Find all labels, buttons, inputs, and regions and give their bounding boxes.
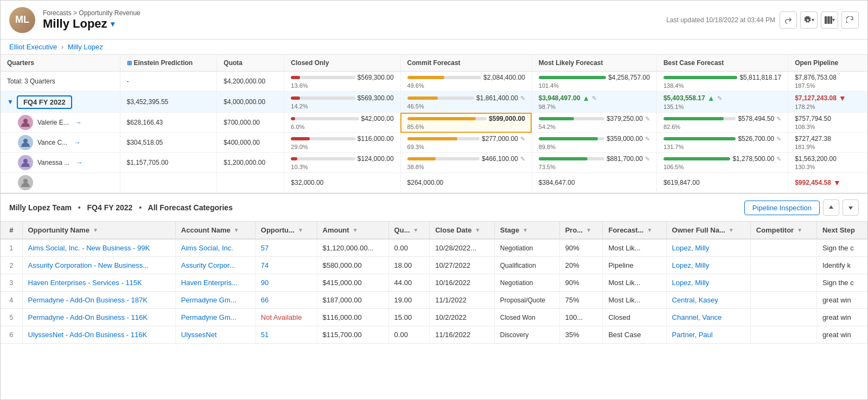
person-navigate-2[interactable]: → [76,159,82,166]
amount-cell: $1,120,000.00... [317,239,388,257]
opp-name-cell[interactable]: Aims Social, Inc. - New Business - 99K [22,239,175,257]
breadcrumb-parent[interactable]: Elliot Executive [9,43,57,51]
col-most-likely: Most Likely Forecast [532,55,656,72]
edit-most-likely-icon[interactable]: ✎ [592,95,597,102]
probability-cell: 100... [559,309,603,326]
opp-name-cell[interactable]: UlyssesNet - Add-On Business - 116K [22,326,175,344]
col-header-opp-num[interactable]: Opportu... ▼ [255,222,317,239]
owner-cell[interactable]: Central, Kasey [666,292,750,309]
account-name-cell[interactable]: Assurity Corpor... [175,257,255,274]
close-date-cell: 10/28/2022... [430,239,495,257]
account-name-cell[interactable]: Permadyne Gm... [175,309,255,326]
probability-cell: 75% [559,292,603,309]
person-row-0: Valerie E... → $628,166.43 $700,000.00 $… [1,113,867,133]
quota-cell: 0.00 [388,326,430,344]
col-header-owner[interactable]: Owner Full Na... ▼ [666,222,750,239]
bottom-header-actions: Pipeline Inspection [744,199,859,216]
header-left: ML Forecasts > Opportunity Revenue Milly… [9,7,141,33]
account-name-cell[interactable]: Permadyne Gm... [175,292,255,309]
account-name-cell[interactable]: Haven Enterpris... [175,274,255,292]
header-right: Last updated 10/18/2022 at 03:44 PM ▾ ▾ [666,11,859,29]
fq4-label: ▼ FQ4 FY 2022 [1,92,120,113]
settings-button[interactable]: ▾ [800,11,818,29]
stage-cell: Qualification [494,257,559,274]
competitor-cell [750,309,816,326]
edit-best-case-icon[interactable]: ✎ [717,95,722,102]
competitor-cell [750,257,816,274]
col-header-forecast[interactable]: Forecast... ▼ [603,222,666,239]
total-most-likely: $4,258,757.00 101.4% [532,72,656,92]
owner-cell[interactable]: Lopez, Milly [666,257,750,274]
expand-icon[interactable]: ▼ [7,98,14,106]
stage-cell: Negotiation [494,274,559,292]
col-header-next-step[interactable]: Next Step [816,222,867,239]
probability-cell: 35% [559,326,603,344]
person-label-1: Vance C... → [1,133,120,153]
table-row: 3 Haven Enterprises - Services - 115K Ha… [1,274,867,292]
competitor-cell [750,292,816,309]
person-row-1: Vance C... → $304,518.05 $400,000.00 $11… [1,133,867,153]
opp-name-cell[interactable]: Permadyne - Add-On Business - 116K [22,309,175,326]
col-header-amount[interactable]: Amount ▼ [317,222,388,239]
opp-name-cell[interactable]: Assurity Corporation - New Business... [22,257,175,274]
col-header-opp-name[interactable]: Opportunity Name ▼ [22,222,175,239]
person-name-1: Vance C... [37,139,67,146]
person-avatar-3 [18,175,33,190]
bottom-section: Milly Lopez Team • FQ4 FY 2022 • All For… [1,194,867,399]
total-closed-only: $569,300.00 13.6% [284,72,400,92]
col-header-stage[interactable]: Stage ▼ [494,222,559,239]
col-header-competitor[interactable]: Competitor ▼ [750,222,816,239]
share-button[interactable] [780,11,797,29]
person-avatar-0 [18,115,33,130]
columns-button[interactable]: ▾ [821,11,838,29]
col-header-close-date[interactable]: Close Date ▼ [430,222,495,239]
col-einstein: ⊞ Einstein Prediction [120,55,217,72]
breadcrumb-current[interactable]: Milly Lopez [68,43,103,51]
next-step-cell: Sign the c [816,274,867,292]
best-case-arrow-up: ▲ [707,94,715,102]
col-header-probability[interactable]: Pro... ▼ [559,222,603,239]
person-avatar-2 [18,155,33,170]
sort-up-button[interactable] [823,199,839,216]
close-date-cell: 10/27/2022 [430,257,495,274]
person-navigate-0[interactable]: → [75,119,82,126]
person-avatar-1 [18,135,33,150]
opp-name-cell[interactable]: Permadyne - Add-On Business - 187K [22,292,175,309]
forecast-cell: Most Lik... [603,292,666,309]
edit-icon-v[interactable]: ✎ [645,115,650,122]
refresh-button[interactable] [841,11,859,29]
person-navigate-1[interactable]: → [74,139,80,146]
total-open-pipeline: $7,876,753.08 187.5% [788,72,867,92]
svg-point-3 [23,119,28,123]
competitor-cell [750,239,816,257]
fq4-period-label: FQ4 FY 2022 [17,95,72,109]
stage-cell: Closed Won [494,309,559,326]
next-step-cell: great win [816,309,867,326]
account-name-cell[interactable]: Aims Social, Inc. [175,239,255,257]
forecast-cell: Most Lik... [603,239,666,257]
col-header-account[interactable]: Account Name ▼ [175,222,255,239]
svg-point-4 [23,139,28,143]
owner-cell[interactable]: Lopez, Milly [666,274,750,292]
edit-icon-v2[interactable]: ✎ [776,115,781,122]
col-header-quota[interactable]: Qu... ▼ [388,222,430,239]
owner-cell[interactable]: Channel, Vance [666,309,750,326]
opp-num-cell: 74 [255,257,317,274]
edit-icon[interactable]: ✎ [520,95,525,102]
close-date-cell: 10/2/2022 [430,309,495,326]
amount-cell: $580,000.00 [317,257,388,274]
dropdown-icon[interactable]: ▾ [111,20,114,28]
forecast-table: Quarters ⊞ Einstein Prediction Quota Clo… [1,55,867,193]
account-name-cell[interactable]: UlyssesNet [175,326,255,344]
sort-down-button[interactable] [843,199,859,216]
owner-cell[interactable]: Lopez, Milly [666,239,750,257]
opp-name-cell[interactable]: Haven Enterprises - Services - 115K [22,274,175,292]
table-row: 4 Permadyne - Add-On Business - 187K Per… [1,292,867,309]
header: ML Forecasts > Opportunity Revenue Milly… [1,1,867,40]
owner-cell[interactable]: Partner, Paul [666,326,750,344]
pipeline-inspection-button[interactable]: Pipeline Inspection [744,201,820,215]
user-name[interactable]: Milly Lopez ▾ [43,17,141,31]
table-row: 2 Assurity Corporation - New Business...… [1,257,867,274]
opp-num-cell: 90 [255,274,317,292]
amount-cell: $187,000.00 [317,292,388,309]
